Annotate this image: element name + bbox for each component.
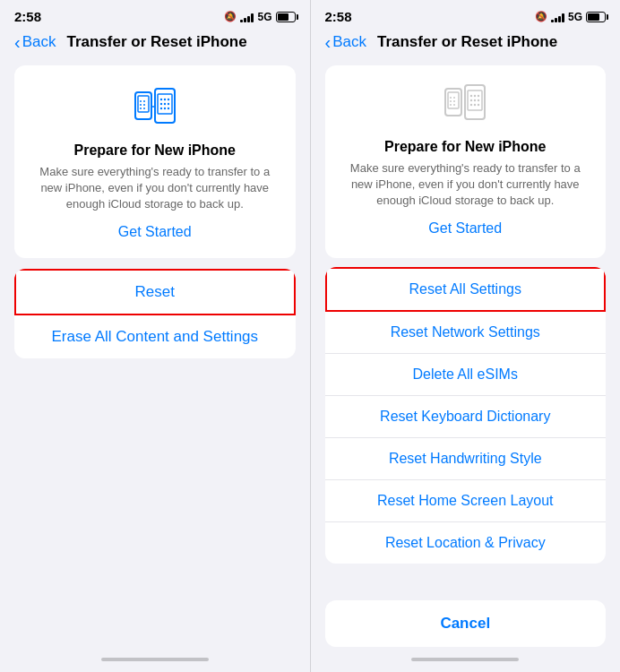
right-status-bar: 2:58 🔕 5G bbox=[311, 0, 621, 28]
svg-rect-20 bbox=[448, 92, 459, 108]
right-network-type: 5G bbox=[568, 11, 582, 23]
svg-point-31 bbox=[470, 104, 472, 106]
svg-point-29 bbox=[470, 95, 472, 97]
battery-icon bbox=[276, 12, 296, 22]
network-type: 5G bbox=[257, 11, 271, 23]
svg-point-4 bbox=[143, 100, 145, 102]
right-reset-keyboard[interactable]: Reset Keyboard Dictionary bbox=[325, 396, 607, 438]
right-card-title: Prepare for New iPhone bbox=[340, 139, 592, 155]
svg-point-37 bbox=[478, 104, 479, 106]
right-signal-bars bbox=[551, 12, 564, 22]
svg-point-16 bbox=[168, 99, 169, 100]
right-reset-home-screen[interactable]: Reset Home Screen Layout bbox=[325, 480, 607, 522]
prepare-iphone-icon bbox=[29, 83, 281, 134]
svg-point-34 bbox=[474, 104, 476, 106]
svg-point-33 bbox=[474, 99, 476, 101]
right-delete-esims[interactable]: Delete All eSIMs bbox=[325, 354, 607, 396]
right-chevron-left-icon: ‹ bbox=[325, 33, 332, 51]
right-reset-location[interactable]: Reset Location & Privacy bbox=[325, 522, 607, 564]
svg-point-32 bbox=[474, 95, 476, 97]
svg-point-24 bbox=[453, 100, 455, 102]
right-battery-icon bbox=[586, 12, 606, 22]
right-back-button[interactable]: ‹ Back bbox=[325, 33, 366, 51]
right-mute-icon: 🔕 bbox=[535, 11, 547, 22]
svg-point-36 bbox=[478, 99, 479, 101]
svg-point-17 bbox=[168, 103, 169, 105]
right-page-title: Transfer or Reset iPhone bbox=[377, 33, 557, 51]
svg-point-15 bbox=[164, 108, 166, 109]
svg-point-25 bbox=[450, 104, 452, 106]
right-reset-list: Reset All Settings Reset Network Setting… bbox=[325, 267, 607, 564]
svg-point-7 bbox=[143, 108, 145, 109]
svg-point-21 bbox=[450, 97, 452, 99]
svg-point-12 bbox=[160, 108, 162, 109]
right-prepare-iphone-icon bbox=[340, 80, 592, 130]
cancel-label: Cancel bbox=[440, 615, 490, 633]
right-home-indicator bbox=[311, 647, 621, 672]
left-prepare-card: Prepare for New iPhone Make sure everyth… bbox=[14, 65, 296, 258]
right-get-started[interactable]: Get Started bbox=[340, 220, 592, 244]
svg-point-11 bbox=[160, 103, 162, 105]
chevron-left-icon: ‹ bbox=[14, 33, 21, 51]
svg-point-35 bbox=[478, 95, 479, 97]
left-page-title: Transfer or Reset iPhone bbox=[66, 33, 246, 51]
svg-point-26 bbox=[453, 104, 455, 106]
svg-point-6 bbox=[140, 108, 142, 109]
svg-point-23 bbox=[453, 97, 455, 99]
svg-point-18 bbox=[168, 108, 169, 109]
svg-point-2 bbox=[140, 100, 142, 102]
left-card-title: Prepare for New iPhone bbox=[29, 142, 281, 159]
left-back-button[interactable]: ‹ Back bbox=[14, 33, 56, 51]
right-reset-network[interactable]: Reset Network Settings bbox=[325, 312, 607, 354]
home-bar bbox=[101, 658, 209, 661]
svg-point-14 bbox=[164, 103, 166, 105]
left-card-desc: Make sure everything's ready to transfer… bbox=[29, 164, 281, 213]
signal-bars bbox=[240, 12, 254, 22]
right-reset-handwriting[interactable]: Reset Handwriting Style bbox=[325, 438, 607, 480]
svg-point-10 bbox=[160, 99, 162, 100]
left-content: Prepare for New iPhone Make sure everyth… bbox=[0, 58, 310, 647]
left-nav-bar: ‹ Back Transfer or Reset iPhone bbox=[0, 28, 310, 58]
svg-point-5 bbox=[143, 104, 145, 106]
left-reset-section: Reset Erase All Content and Settings bbox=[14, 269, 296, 358]
left-status-bar: 2:58 🔕 5G bbox=[0, 0, 310, 28]
right-panel: 2:58 🔕 5G ‹ Back Transfer or Reset iPhon… bbox=[311, 0, 621, 672]
svg-point-3 bbox=[140, 104, 142, 106]
mute-icon: 🔕 bbox=[224, 11, 237, 22]
svg-point-22 bbox=[450, 100, 452, 102]
right-content: Prepare for New iPhone Make sure everyth… bbox=[311, 58, 621, 672]
svg-rect-1 bbox=[138, 96, 149, 112]
left-reset-item[interactable]: Reset bbox=[14, 269, 296, 315]
right-status-icons: 🔕 5G bbox=[535, 11, 606, 23]
right-back-label: Back bbox=[332, 33, 366, 51]
svg-point-30 bbox=[470, 99, 472, 101]
cancel-button[interactable]: Cancel bbox=[325, 600, 607, 647]
right-prepare-card: Prepare for New iPhone Make sure everyth… bbox=[325, 65, 607, 258]
right-time: 2:58 bbox=[325, 9, 352, 24]
right-reset-all-settings[interactable]: Reset All Settings bbox=[325, 267, 607, 312]
right-nav-bar: ‹ Back Transfer or Reset iPhone bbox=[311, 28, 621, 58]
left-time: 2:58 bbox=[14, 9, 41, 24]
back-label: Back bbox=[22, 33, 56, 51]
svg-point-13 bbox=[164, 99, 166, 100]
left-panel: 2:58 🔕 5G ‹ Back Transfer or Reset iPhon… bbox=[0, 0, 310, 672]
left-erase-item[interactable]: Erase All Content and Settings bbox=[14, 315, 296, 358]
right-home-bar bbox=[411, 658, 519, 661]
left-get-started[interactable]: Get Started bbox=[29, 224, 281, 240]
left-home-indicator bbox=[0, 647, 310, 672]
left-status-icons: 🔕 5G bbox=[224, 11, 295, 23]
right-card-desc: Make sure everything's ready to transfer… bbox=[340, 160, 592, 210]
